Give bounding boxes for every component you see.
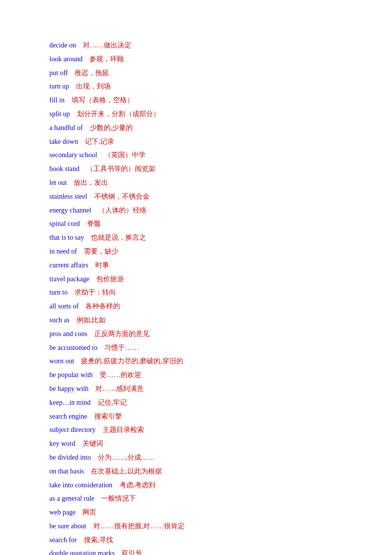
vocab-item: all sorts of 各种各样的 [49, 300, 362, 312]
vocab-english: that is to say [49, 234, 91, 241]
vocab-chinese: 分为……,分成…… [98, 454, 155, 461]
vocab-item: key word 关键词 [49, 438, 362, 450]
vocab-item: travel package 包价旅游 [49, 273, 362, 285]
vocab-english: subject directory [49, 426, 103, 433]
vocab-chinese: 搜索引擎 [94, 413, 122, 420]
vocab-english: worn out [49, 357, 81, 365]
vocab-item: take down 记下,记录 [49, 136, 362, 148]
vocab-item: search for 搜索,寻找 [49, 534, 362, 546]
vocab-item: book stand （工具书等的）阅览架 [49, 163, 362, 175]
vocab-english: as a general rule [49, 495, 101, 502]
vocab-english: spinal cord [49, 220, 87, 227]
vocab-english: split up [49, 110, 77, 118]
vocabulary-list: decide on 对……做出决定look around 参观，环顾put of… [49, 40, 362, 555]
vocab-chinese: 搜索,寻找 [84, 536, 114, 544]
vocab-item: a handful of 少数的,少量的 [49, 122, 362, 134]
vocab-english: in need of [49, 248, 84, 255]
vocab-chinese: 时事 [95, 261, 109, 269]
vocab-item: be popular with 受……的欢迎 [49, 369, 362, 381]
vocab-english: be popular with [49, 371, 100, 379]
vocab-english: keep…in mind [49, 399, 98, 406]
vocab-chinese: 对……很有把握,对……很肯定 [93, 522, 185, 530]
vocab-chinese: 划分开来，分割（成部分） [77, 110, 160, 118]
vocab-item: put off 推迟，拖延 [49, 67, 362, 79]
vocab-chinese: 求助于；转向 [75, 289, 116, 296]
vocab-chinese: （人体的）经络 [98, 207, 147, 214]
vocab-english: on that basis [49, 468, 91, 475]
vocab-chinese: （英国）中学 [104, 151, 146, 159]
vocab-english: be accustomed to [49, 344, 104, 351]
vocab-english: search for [49, 536, 84, 544]
vocab-item: split up 划分开来，分割（成部分） [49, 108, 362, 120]
vocab-english: such as [49, 316, 77, 324]
vocab-chinese: 关键词 [82, 440, 103, 447]
vocab-chinese: 出现，到场 [76, 83, 111, 90]
vocab-english: let out [49, 179, 74, 186]
vocab-chinese: 疲惫的,筋疲力尽的,磨破的,穿旧的 [81, 357, 183, 365]
vocab-item: turn up 出现，到场 [49, 81, 362, 92]
vocab-chinese: 包价旅游 [96, 275, 124, 283]
vocab-chinese: （工具书等的）阅览架 [86, 165, 156, 172]
vocab-item: fill in 填写（表格，空格） [49, 94, 362, 106]
vocab-chinese: 对……感到满意 [95, 385, 144, 392]
vocab-english: search engine [49, 413, 94, 420]
vocab-english: be divided into [49, 454, 98, 461]
vocab-item: such as 例如,比如 [49, 314, 362, 326]
vocab-chinese: 主题目录检索 [103, 426, 144, 433]
vocab-item: turn to 求助于；转向 [49, 287, 362, 299]
vocab-chinese: 习惯于…… [104, 344, 139, 351]
vocab-chinese: 在次基础上,以此为根据 [91, 468, 162, 475]
vocab-item: search engine 搜索引擎 [49, 411, 362, 423]
vocab-chinese: 考虑,考虑到 [119, 481, 156, 489]
vocab-item: be divided into 分为……,分成…… [49, 452, 362, 464]
vocab-english: fill in [49, 96, 72, 104]
vocab-chinese: 一般情况下 [101, 495, 136, 502]
vocab-item: be accustomed to 习惯于…… [49, 342, 362, 354]
vocab-english: pros and cons [49, 330, 94, 338]
vocab-chinese: 正反两方面的意见 [94, 330, 150, 338]
vocab-item: energy channel （人体的）经络 [49, 205, 362, 216]
vocab-english: all sorts of [49, 302, 85, 310]
vocab-english: key word [49, 440, 82, 447]
vocab-english: double quotation marks [49, 550, 121, 555]
vocab-chinese: 对……做出决定 [83, 42, 131, 49]
vocab-item: look around 参观，环顾 [49, 53, 362, 65]
vocab-item: in need of 需要，缺少 [49, 246, 362, 257]
vocab-item: decide on 对……做出决定 [49, 40, 362, 51]
vocab-english: a handful of [49, 124, 90, 131]
vocab-chinese: 脊髓 [87, 220, 101, 227]
vocab-english: turn up [49, 83, 76, 90]
vocab-english: current affairs [49, 261, 95, 269]
vocab-item: on that basis 在次基础上,以此为根据 [49, 466, 362, 477]
vocab-english: stainless steel [49, 193, 94, 200]
vocab-item: double quotation marks 双引号 [49, 548, 362, 555]
vocab-chinese: 填写（表格，空格） [72, 96, 134, 104]
vocab-chinese: 网页 [82, 509, 96, 516]
vocab-chinese: 各种各样的 [85, 302, 120, 310]
vocab-item: subject directory 主题目录检索 [49, 424, 362, 436]
vocab-chinese: 不锈钢，不锈合金 [94, 193, 150, 200]
vocab-english: put off [49, 69, 75, 77]
vocab-item: current affairs 时事 [49, 259, 362, 271]
vocab-english: take into consideration [49, 481, 119, 489]
vocab-english: travel package [49, 275, 96, 283]
vocab-item: pros and cons 正反两方面的意见 [49, 328, 362, 340]
vocab-item: web page 网页 [49, 507, 362, 518]
vocab-chinese: 记住,牢记 [98, 399, 127, 406]
vocab-chinese: 参观，环顾 [89, 55, 124, 63]
vocab-item: spinal cord 脊髓 [49, 218, 362, 230]
vocab-item: take into consideration 考虑,考虑到 [49, 479, 362, 491]
vocab-item: stainless steel 不锈钢，不锈合金 [49, 191, 362, 203]
vocab-item: be happy with 对……感到满意 [49, 383, 362, 395]
vocab-item: secondary school （英国）中学 [49, 149, 362, 161]
vocab-chinese: 需要，缺少 [84, 248, 118, 255]
vocab-chinese: 也就是说，换言之 [91, 234, 146, 241]
vocab-item: worn out 疲惫的,筋疲力尽的,磨破的,穿旧的 [49, 355, 362, 367]
vocab-item: keep…in mind 记住,牢记 [49, 397, 362, 409]
vocab-english: decide on [49, 42, 83, 49]
vocab-item: as a general rule 一般情况下 [49, 493, 362, 505]
vocab-english: secondary school [49, 151, 104, 159]
vocab-chinese: 放出，发出 [74, 179, 108, 186]
vocab-english: web page [49, 509, 82, 516]
vocab-chinese: 双引号 [121, 550, 142, 555]
